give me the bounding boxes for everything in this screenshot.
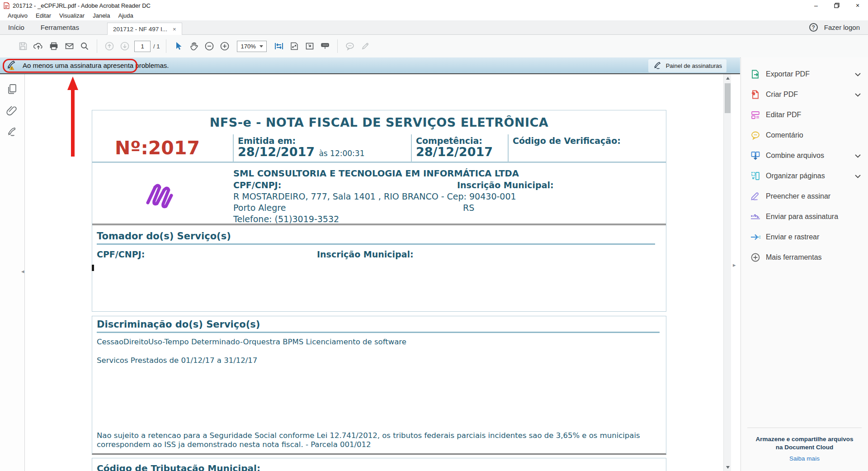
page-up-icon [104,41,114,51]
discriminacao-section-title: Discriminação do(s) Serviço(s) [97,319,661,330]
tab-inicio[interactable]: Início [0,20,33,34]
share-button[interactable] [31,38,46,54]
login-button[interactable]: Fazer logon [824,24,860,31]
select-tool-button[interactable] [171,38,186,54]
close-button[interactable]: × [847,0,868,11]
pencil-icon [361,42,370,51]
saiba-mais-link[interactable]: Saiba mais [741,455,868,462]
scrollbar-thumb[interactable] [725,83,731,113]
invoice-title: NFS-e - NOTA FISCAL DE SERVIÇOS ELETRÔNI… [210,115,549,129]
highlight-button[interactable] [358,38,373,54]
hand-icon [189,42,198,51]
search-button[interactable] [77,38,92,54]
service-description-line1: CessaoDireitoUso-Tempo Determinado-Orque… [97,338,661,346]
print-button[interactable] [46,38,61,54]
collapse-left-pane-icon[interactable]: ◂ [21,268,24,275]
service-description-line2: Servicos Prestados de 01/12/17 a 31/12/1… [97,356,661,365]
fit-width-button[interactable] [271,38,287,54]
fullscreen-button[interactable] [302,38,317,54]
page-number-input[interactable]: 1 [134,41,151,52]
hand-tool-button[interactable] [186,38,202,54]
invoice-header-box: NFS-e - NOTA FISCAL DE SERVIÇOS ELETRÔNI… [92,110,666,312]
previous-page-button[interactable] [102,38,117,54]
company-state: RS [463,203,474,213]
cloud-upload-icon [33,42,43,51]
page-thumbnails-button[interactable] [5,82,19,96]
send-track-icon [750,232,761,242]
pdf-page[interactable]: NFS-e - NOTA FISCAL DE SERVIÇOS ELETRÔNI… [25,74,723,471]
triangle-up-icon [726,77,730,80]
chevron-down-icon[interactable] [855,70,861,78]
tool-preencher-assinar[interactable]: Preencher e assinar [741,186,868,206]
company-address: R MOSTARDEIRO, 777, Sala 1401 , RIO BRAN… [233,191,658,201]
more-tools-icon [750,252,760,262]
save-icon [19,42,28,51]
presentation-icon [320,42,330,51]
emitted-label: Emitida em: [238,136,411,146]
tool-enviar-e-rastrear[interactable]: Enviar e rastrear [741,227,868,247]
verification-code-label: Código de Verificação: [513,136,666,146]
organize-pages-icon [750,171,760,181]
company-cpf-label: CPF/CNPJ: [233,180,281,190]
tool-organizar-paginas[interactable]: Organizar páginas [741,166,868,186]
tool-editar-pdf[interactable]: Editar PDF [741,105,868,125]
section-underline [97,243,655,245]
presentation-button[interactable] [317,38,333,54]
menu-visualizar[interactable]: Visualizar [55,12,89,19]
tab-ferramentas[interactable]: Ferramentas [33,20,87,34]
signature-panel-button[interactable]: Painel de assinaturas [648,59,726,72]
fit-width-icon [274,41,284,51]
company-city: Porto Alegre [233,203,286,213]
export-pdf-icon [750,69,760,79]
company-inscricao-label: Inscrição Municipal: [457,180,554,190]
search-icon [80,42,89,51]
save-button[interactable] [15,38,31,54]
tool-criar-pdf[interactable]: Criar PDF [741,84,868,105]
tools-panel: Exportar PDF Criar PDF Editar PDF Coment… [741,57,868,471]
emitted-time: às 12:00:31 [319,149,364,158]
tool-mais-ferramentas[interactable]: Mais ferramentas [741,247,868,267]
page-fit-button[interactable] [287,38,302,54]
comment-button[interactable] [342,38,358,54]
attachments-button[interactable] [5,104,19,118]
email-button[interactable] [61,38,77,54]
fullscreen-icon [305,42,314,51]
edit-pdf-icon [750,110,760,120]
tool-comentario[interactable]: Comentário [741,125,868,145]
next-page-button[interactable] [117,38,132,54]
signatures-button[interactable] [5,126,19,139]
chevron-down-icon[interactable] [855,152,861,160]
restore-button[interactable] [826,0,847,11]
collapse-right-pane-icon[interactable]: ▸ [733,262,736,268]
signature-warning-icon [6,60,18,71]
minimize-button[interactable]: – [806,0,826,11]
tab-bar: Início Ferramentas 201712 - NF 497 I... … [0,20,868,35]
chevron-down-icon[interactable] [855,172,861,180]
tab-document[interactable]: 201712 - NF 497 I... × [107,23,182,35]
zoom-in-button[interactable] [217,38,232,54]
menu-ajuda[interactable]: Ajuda [114,12,137,19]
zoom-out-button[interactable] [202,38,217,54]
toolbar-separator [97,39,97,53]
vertical-scrollbar[interactable] [723,74,731,471]
tool-enviar-para-assinatura[interactable]: Enviar para assinatura [741,206,868,227]
competencia-label: Competência: [416,136,508,146]
scroll-up-button[interactable] [724,74,731,82]
toolbar-separator [337,39,338,53]
chevron-down-icon[interactable] [855,90,861,99]
menu-editar[interactable]: Editar [32,12,55,19]
tab-close-icon[interactable]: × [173,26,176,33]
chevron-down-icon [259,45,263,48]
menu-arquivo[interactable]: Arquivo [4,12,32,19]
document-cloud-promo: Armazene e compartilhe arquivos na Docum… [741,428,868,471]
tool-combine-arquivos[interactable]: Combine arquivos [741,145,868,166]
zoom-level-select[interactable]: 170% [237,41,267,52]
help-icon[interactable]: ? [809,23,818,32]
comment-bubble-icon [345,42,355,51]
window-title: 201712 - _eCPFJRL.pdf - Adobe Acrobat Re… [13,2,151,9]
scroll-down-button[interactable] [724,463,731,471]
tool-exportar-pdf[interactable]: Exportar PDF [741,64,868,84]
tab-document-label: 201712 - NF 497 I... [113,26,167,33]
menu-janela[interactable]: Janela [89,12,114,19]
main-toolbar: 1 / 1 170% [0,35,868,58]
